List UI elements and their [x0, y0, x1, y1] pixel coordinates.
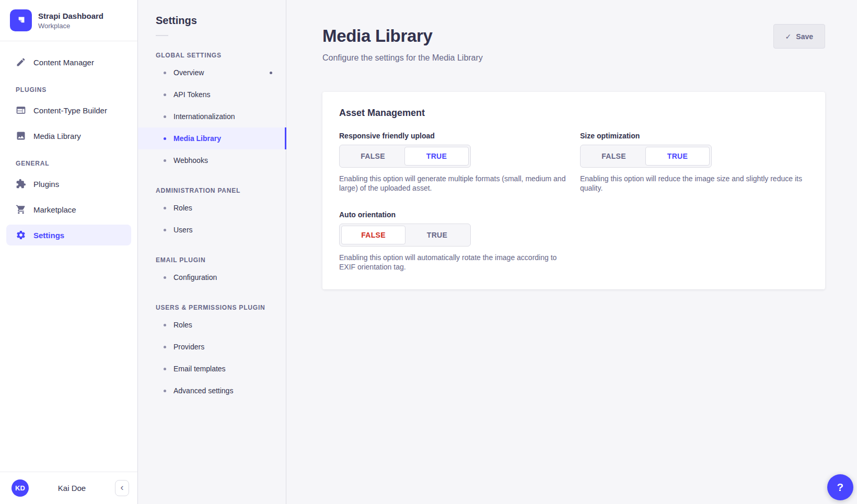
toggle-option-false[interactable]: FALSE	[341, 147, 404, 166]
workspace-name: Workplace	[38, 22, 103, 30]
bullet-icon	[164, 346, 166, 348]
layout-icon	[16, 105, 26, 115]
subnav-section-email-plugin: EMAIL PLUGIN	[156, 256, 286, 264]
gear-icon	[16, 230, 26, 240]
bullet-icon	[164, 276, 166, 279]
toggle-option-true[interactable]: TRUE	[404, 147, 469, 166]
page-title: Media Library	[322, 26, 483, 46]
sidebar-item-label: Settings	[33, 231, 64, 240]
chevron-left-icon: ‹	[121, 483, 124, 492]
avatar: KD	[11, 479, 29, 497]
field-label: Responsive friendly upload	[339, 132, 568, 140]
toggle-option-true[interactable]: TRUE	[406, 226, 469, 244]
strapi-logo-icon	[10, 9, 32, 31]
auto-orientation-toggle: FALSE TRUE	[339, 224, 471, 247]
sidebar-item-marketplace[interactable]: Marketplace	[6, 199, 131, 220]
field-description: Enabling this option will generate multi…	[339, 174, 568, 193]
size-optimization-toggle: FALSE TRUE	[580, 145, 712, 168]
save-button[interactable]: ✓ Save	[773, 24, 825, 49]
toggle-option-false[interactable]: FALSE	[582, 147, 645, 166]
subnav-section-administration-panel: ADMINISTRATION PANEL	[156, 187, 286, 194]
notification-dot	[270, 72, 272, 74]
field-label: Size optimization	[580, 132, 808, 140]
sidebar-item-label: Content-Type Builder	[33, 106, 107, 115]
check-icon: ✓	[785, 32, 792, 41]
feather-pen-icon	[16, 57, 26, 67]
sidebar-item-label: Plugins	[33, 180, 59, 189]
subnav-item-internationalization[interactable]: Internationalization	[138, 106, 286, 127]
sidebar-item-plugins[interactable]: Plugins	[6, 173, 131, 194]
brand-text: Strapi Dashboard Workplace	[38, 11, 103, 30]
settings-subnav: Settings GLOBAL SETTINGS Overview API To…	[138, 0, 286, 504]
question-mark-icon: ?	[837, 481, 844, 494]
field-responsive-friendly-upload: Responsive friendly upload FALSE TRUE En…	[339, 132, 568, 193]
sidebar-item-label: Content Manager	[33, 58, 94, 67]
save-button-label: Save	[796, 32, 813, 41]
sidebar-item-media-library[interactable]: Media Library	[6, 125, 131, 146]
subnav-divider	[156, 35, 168, 36]
field-description: Enabling this option will automatically …	[339, 253, 568, 272]
collapse-sidebar-button[interactable]: ‹	[115, 480, 129, 496]
sidebar-item-content-type-builder[interactable]: Content-Type Builder	[6, 100, 131, 121]
asset-management-panel: Asset Management Responsive friendly upl…	[322, 92, 825, 289]
subnav-item-api-tokens[interactable]: API Tokens	[138, 84, 286, 106]
sidebar-item-label: Media Library	[33, 132, 81, 140]
bullet-icon	[164, 72, 166, 74]
sidebar-item-label: Marketplace	[33, 205, 76, 214]
image-icon	[16, 131, 26, 141]
subnav-section-global-settings: GLOBAL SETTINGS	[156, 52, 286, 59]
subnav-item-overview[interactable]: Overview	[138, 62, 286, 84]
cart-icon	[16, 204, 26, 215]
bullet-icon	[164, 159, 166, 162]
brand-header: Strapi Dashboard Workplace	[0, 0, 137, 41]
subnav-title: Settings	[156, 15, 286, 27]
field-size-optimization: Size optimization FALSE TRUE Enabling th…	[580, 132, 808, 193]
user-name: Kai Doe	[33, 484, 111, 493]
bullet-icon	[164, 93, 166, 96]
subnav-item-webhooks[interactable]: Webhooks	[138, 149, 286, 171]
sidebar-item-content-manager[interactable]: Content Manager	[6, 52, 131, 73]
page-header-text: Media Library Configure the settings for…	[322, 26, 483, 63]
subnav-item-admin-roles[interactable]: Roles	[138, 197, 286, 219]
subnav-item-up-roles[interactable]: Roles	[138, 314, 286, 336]
main-content: Media Library Configure the settings for…	[286, 0, 857, 504]
main-sidebar: Strapi Dashboard Workplace Content Manag…	[0, 0, 138, 504]
main-nav-list: Content Manager PLUGINS Content-Type Bui…	[0, 41, 137, 472]
sidebar-item-settings[interactable]: Settings	[6, 225, 131, 245]
bullet-icon	[164, 207, 166, 209]
subnav-item-media-library[interactable]: Media Library	[138, 127, 286, 149]
help-button[interactable]: ?	[827, 474, 853, 500]
field-label: Auto orientation	[339, 210, 568, 219]
subnav-item-advanced-settings[interactable]: Advanced settings	[138, 380, 286, 402]
subnav-item-email-configuration[interactable]: Configuration	[138, 266, 286, 288]
subnav-item-email-templates[interactable]: Email templates	[138, 358, 286, 380]
bullet-icon	[164, 324, 166, 326]
bullet-icon	[164, 137, 166, 140]
toggle-option-true[interactable]: TRUE	[645, 147, 710, 166]
toggle-option-false[interactable]: FALSE	[341, 226, 406, 244]
subnav-item-providers[interactable]: Providers	[138, 336, 286, 358]
subnav-section-users-permissions: USERS & PERMISSIONS PLUGIN	[156, 304, 286, 311]
puzzle-icon	[16, 179, 26, 189]
nav-section-general: GENERAL	[16, 160, 131, 167]
user-footer: KD Kai Doe ‹	[0, 472, 137, 504]
field-auto-orientation: Auto orientation FALSE TRUE Enabling thi…	[339, 210, 568, 272]
responsive-upload-toggle: FALSE TRUE	[339, 145, 471, 168]
field-description: Enabling this option will reduce the ima…	[580, 174, 808, 193]
page-header: Media Library Configure the settings for…	[322, 0, 825, 63]
subnav-item-admin-users[interactable]: Users	[138, 219, 286, 241]
bullet-icon	[164, 229, 166, 231]
settings-grid: Responsive friendly upload FALSE TRUE En…	[339, 132, 808, 272]
bullet-icon	[164, 390, 166, 392]
app-title: Strapi Dashboard	[38, 11, 103, 21]
bullet-icon	[164, 368, 166, 370]
bullet-icon	[164, 115, 166, 118]
nav-section-plugins: PLUGINS	[16, 86, 131, 93]
panel-title: Asset Management	[339, 108, 808, 119]
page-subtitle: Configure the settings for the Media Lib…	[322, 53, 483, 63]
